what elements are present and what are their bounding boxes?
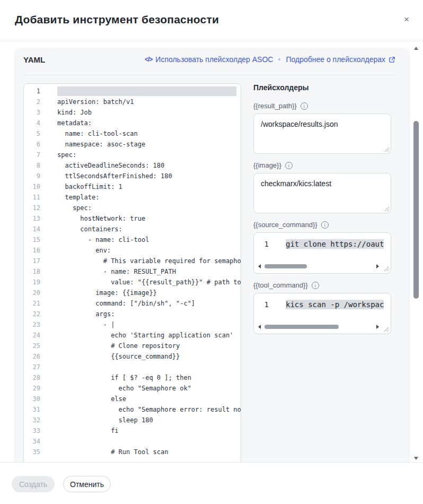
scroll-right-arrow-icon[interactable] [376, 325, 379, 329]
editor-line[interactable]: 7spec: [24, 150, 241, 160]
editor-line[interactable]: 1 [24, 86, 241, 97]
editor-line[interactable]: 30 else [24, 394, 241, 404]
editor-line[interactable]: 26 {{source_command}} [24, 351, 241, 362]
editor-line[interactable]: 19 value: "{{result_path}}" # path to re… [24, 277, 241, 288]
line-number: 19 [24, 277, 40, 288]
code-text: env: [57, 245, 111, 256]
placeholder-field: {{result_path}}i/workspace/results.json [253, 102, 391, 154]
editor-line[interactable]: 29 echo "Semaphore ok" [24, 383, 241, 394]
line-number: 18 [24, 266, 40, 277]
editor-line[interactable]: 9 ttlSecondsAfterFinished: 180 [24, 171, 241, 181]
editor-line[interactable]: 35 # Run Tool scan [24, 447, 241, 457]
code-text: command: ["/bin/sh", "-c"] [57, 298, 195, 309]
code-text: echo "Semaphore ok" [57, 383, 191, 394]
code-text: # Run Tool scan [57, 447, 169, 457]
code-text: spec: [57, 203, 92, 213]
mini-editor-line[interactable]: 1git clone https://oaut [254, 233, 391, 249]
editor-line[interactable]: 21 command: ["/bin/sh", "-c"] [24, 298, 241, 309]
line-number: 27 [24, 362, 40, 372]
editor-line[interactable]: 14 containers: [24, 224, 241, 234]
editor-line[interactable]: 25 # Clone repository [24, 341, 241, 351]
editor-line[interactable]: 34 [24, 436, 241, 447]
editor-line[interactable]: 32 sleep 180 [24, 415, 241, 425]
editor-line[interactable]: 18 - name: RESULT_PATH [24, 266, 241, 277]
scrollbar-down-arrow-icon[interactable] [414, 457, 418, 460]
horizontal-scrollbar[interactable] [258, 264, 379, 269]
editor-line[interactable]: 31 echo "Semaphore error: result not fou… [24, 404, 241, 415]
editor-line[interactable]: 6 namespace: asoc-stage [24, 139, 241, 150]
scroll-left-arrow-icon[interactable] [258, 264, 261, 268]
code-text: containers: [57, 224, 122, 234]
line-number: 15 [24, 234, 40, 245]
editor-line[interactable]: 28 if [ $? -eq 0 ]; then [24, 372, 241, 383]
resize-handle-icon[interactable] [384, 206, 390, 212]
editor-line[interactable]: 2apiVersion: batch/v1 [24, 97, 241, 107]
line-number: 29 [24, 383, 40, 394]
line-number: 32 [24, 415, 40, 425]
line-number: 4 [24, 118, 40, 128]
yaml-code-editor[interactable]: 12apiVersion: batch/v13kind: Job4metadat… [23, 83, 241, 462]
placeholder-code-editor[interactable]: 1git clone https://oaut [253, 232, 391, 274]
editor-line[interactable]: 5 name: cli-tool-scan [24, 128, 241, 139]
placeholder-value-input[interactable]: /workspace/results.json [253, 114, 391, 154]
line-number: 31 [24, 404, 40, 415]
line-number: 10 [24, 181, 40, 192]
resize-handle-icon[interactable] [384, 146, 390, 152]
modal-scrollbar[interactable] [413, 46, 419, 462]
placeholder-code-editor[interactable]: 1kics scan -p /workspac [253, 293, 391, 334]
info-icon[interactable]: i [301, 102, 308, 110]
editor-line[interactable]: 23 - | [24, 319, 241, 330]
scroll-left-arrow-icon[interactable] [258, 325, 261, 329]
editor-line[interactable]: 8 activeDeadlineSeconds: 180 [24, 160, 241, 171]
resize-handle-icon[interactable] [383, 326, 389, 332]
scrollbar-thumb[interactable] [265, 325, 339, 329]
editor-line[interactable]: 17 # This variable required for semaphor… [24, 256, 241, 266]
info-icon[interactable]: i [285, 162, 293, 169]
code-text: ttlSecondsAfterFinished: 180 [57, 171, 172, 181]
scrollbar-thumb[interactable] [265, 264, 307, 268]
code-text: - name: cli-tool [57, 234, 149, 245]
info-icon[interactable]: i [312, 282, 319, 289]
line-number: 1 [24, 86, 40, 97]
editor-line[interactable]: 22 args: [24, 309, 241, 319]
mini-editor-line[interactable]: 1kics scan -p /workspac [254, 293, 391, 309]
line-number: 1 [254, 239, 269, 249]
placeholder-value-input[interactable]: checkmarx/kics:latest [253, 173, 391, 213]
code-text: backoffLimit: 1 [57, 181, 122, 192]
placeholder-label: {{tool_command}} [253, 281, 308, 289]
placeholder-label-row: {{result_path}}i [253, 102, 391, 110]
scroll-right-arrow-icon[interactable] [376, 264, 379, 268]
editor-line[interactable]: 11 template: [24, 192, 241, 203]
scrollbar-thumb[interactable] [413, 121, 419, 299]
editor-line[interactable]: 16 env: [24, 245, 241, 256]
editor-line[interactable]: 4metadata: [24, 118, 241, 128]
horizontal-scrollbar[interactable] [258, 324, 379, 329]
placeholder-field: {{tool_command}}i1kics scan -p /workspac [253, 281, 391, 334]
code-text: namespace: asoc-stage [57, 139, 145, 150]
yaml-section-label: YAML [23, 55, 45, 64]
cancel-button[interactable]: Отменить [63, 476, 111, 492]
editor-line[interactable]: 27 [24, 362, 241, 372]
use-asoc-placeholder-link[interactable]: </> Использовать плейсхолдер ASOC [145, 55, 274, 64]
editor-line[interactable]: 15 - name: cli-tool [24, 234, 241, 245]
editor-line[interactable]: 12 spec: [24, 203, 241, 213]
code-text: else [57, 394, 126, 404]
line-number: 34 [24, 436, 40, 447]
editor-line[interactable]: 10 backoffLimit: 1 [24, 181, 241, 192]
code-text: metadata: [57, 118, 92, 128]
resize-handle-icon[interactable] [383, 266, 389, 272]
line-number: 11 [24, 192, 40, 203]
code-text: sleep 180 [57, 415, 153, 425]
editor-line[interactable]: 3kind: Job [24, 107, 241, 118]
editor-line[interactable]: 33 fi [24, 425, 241, 436]
info-icon[interactable]: i [321, 221, 329, 229]
scrollbar-up-arrow-icon[interactable] [414, 47, 418, 50]
editor-line[interactable]: 20 image: {{image}} [24, 288, 241, 298]
placeholder-label: {{result_path}} [253, 102, 297, 110]
line-number: 23 [24, 319, 40, 330]
close-icon[interactable]: × [404, 15, 409, 24]
editor-line[interactable]: 13 hostNetwork: true [24, 213, 241, 224]
editor-line[interactable]: 24 echo 'Starting application scan' [24, 330, 241, 341]
line-number: 1 [254, 300, 269, 309]
more-about-placeholders-link[interactable]: Подробнее о плейсхолдерах [286, 55, 395, 64]
